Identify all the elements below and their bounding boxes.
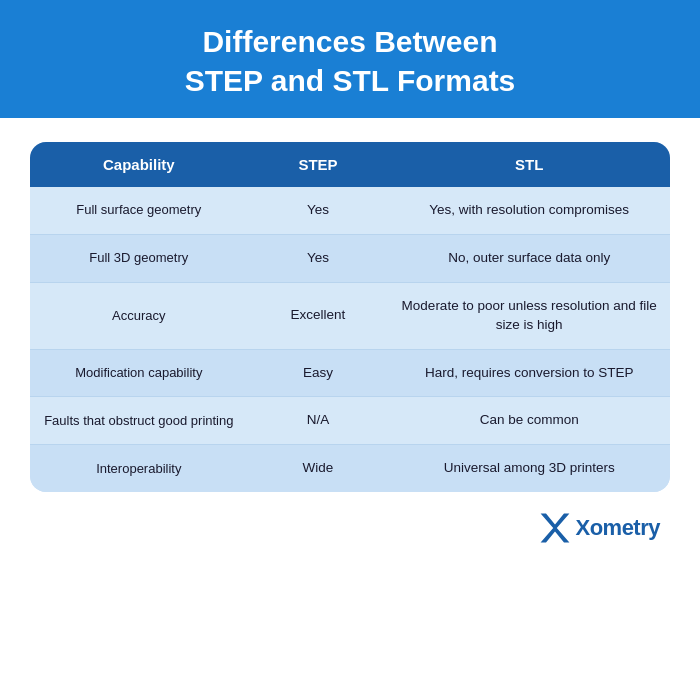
xometry-logo: Xometry [537,510,660,546]
comparison-table: Capability STEP STL Full surface geometr… [30,142,670,492]
cell-step: Yes [248,234,389,282]
table-row: Full surface geometryYesYes, with resolu… [30,187,670,234]
cell-stl: Universal among 3D printers [388,445,670,492]
cell-capability: Full 3D geometry [30,234,248,282]
cell-step: Wide [248,445,389,492]
cell-stl: Yes, with resolution compromises [388,187,670,234]
page-header: Differences Between STEP and STL Formats [0,0,700,118]
col-header-stl: STL [388,142,670,187]
cell-capability: Modification capability [30,349,248,397]
table-row: AccuracyExcellentModerate to poor unless… [30,282,670,349]
cell-step: N/A [248,397,389,445]
cell-step: Easy [248,349,389,397]
cell-capability: Accuracy [30,282,248,349]
table-row: Faults that obstruct good printingN/ACan… [30,397,670,445]
col-header-capability: Capability [30,142,248,187]
comparison-table-container: Capability STEP STL Full surface geometr… [30,142,670,492]
cell-capability: Interoperability [30,445,248,492]
cell-step: Yes [248,187,389,234]
logo-area: Xometry [0,502,700,556]
page-title: Differences Between STEP and STL Formats [40,22,660,100]
x-logo-icon [537,510,573,546]
cell-capability: Faults that obstruct good printing [30,397,248,445]
cell-stl: Hard, requires conversion to STEP [388,349,670,397]
cell-step: Excellent [248,282,389,349]
logo-text: Xometry [575,515,660,541]
col-header-step: STEP [248,142,389,187]
table-row: InteroperabilityWideUniversal among 3D p… [30,445,670,492]
table-header-row: Capability STEP STL [30,142,670,187]
cell-stl: No, outer surface data only [388,234,670,282]
table-row: Full 3D geometryYesNo, outer surface dat… [30,234,670,282]
cell-capability: Full surface geometry [30,187,248,234]
cell-stl: Moderate to poor unless resolution and f… [388,282,670,349]
table-row: Modification capabilityEasyHard, require… [30,349,670,397]
cell-stl: Can be common [388,397,670,445]
